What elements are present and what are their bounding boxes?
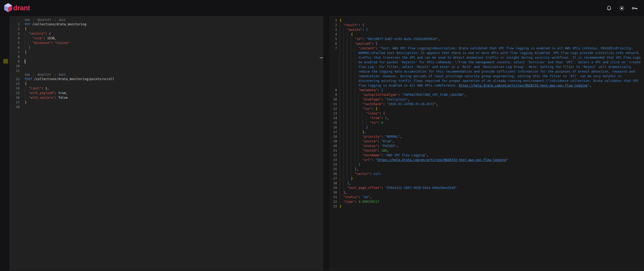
code-line: 21"testId": 180, [329, 148, 644, 153]
code-line-content: { [340, 32, 644, 37]
token-pl: , [464, 93, 466, 97]
token-k: "distance" [32, 41, 51, 45]
token-kw: POST [25, 77, 32, 81]
token-b1: { [25, 27, 27, 31]
token-pl: , [436, 102, 438, 106]
docs-button[interactable]: DOCS [59, 19, 66, 21]
beautify-button[interactable]: BEAUTIFY [38, 19, 51, 21]
request-editor-panel[interactable]: RUN | BEAUTIFY | DOCS1PUT /collections/d… [10, 16, 323, 270]
code-line: 3"vectors": { [10, 31, 323, 36]
key-icon [632, 6, 638, 10]
code-line: 11 [10, 68, 323, 73]
token-pl: : [355, 200, 359, 204]
line-number: 27 [329, 176, 340, 181]
token-k: "status" [362, 144, 377, 148]
token-pl: , [357, 167, 358, 171]
code-line-content: "limit": 1, [25, 86, 323, 91]
code-line-content: "source": "blob", [340, 139, 644, 144]
token-k: "testName" [362, 153, 381, 157]
token-b3: { [381, 88, 383, 92]
token-s: "blob" [381, 140, 392, 143]
line-number: 13 [10, 81, 25, 86]
token-s: "00c3d6ff-b487-4c05-8a5e-254d1d85962d" [366, 37, 438, 41]
code-line: 6"payload": { [329, 41, 644, 46]
code-line: 25}, [329, 167, 644, 172]
sun-icon [619, 6, 624, 11]
code-line-content: } [340, 125, 644, 130]
url-link[interactable]: https://help.drata.com/en/articles/98287… [377, 158, 506, 162]
token-pl: : [377, 88, 381, 92]
code-line: 10"blobType": "text/plain", [329, 97, 644, 102]
code-line: 9 [10, 59, 323, 64]
code-line-content: "with_vectors": false [25, 95, 323, 100]
token-b2: { [49, 32, 51, 35]
line-number: 25 [329, 167, 340, 172]
token-pl: , [55, 36, 57, 40]
line-number: 19 [329, 139, 340, 144]
code-line-content: "metadata": { [340, 88, 644, 92]
code-line: 3"points": [ [329, 27, 644, 32]
api-key-button[interactable] [632, 6, 637, 11]
code-line-content: } [25, 50, 323, 55]
qdrant-logo[interactable]: drant [4, 3, 30, 13]
code-line-content: "loc": { [340, 106, 644, 111]
code-line: 20"status": "PASSED", [329, 144, 644, 148]
token-n: 180 [381, 149, 387, 152]
token-s: "036e4122-1807-4638-bb5a-60da30ea19a0" [385, 186, 457, 190]
code-line: 16"with_vectors": false [10, 95, 323, 100]
code-line: 13"lines": { [329, 111, 644, 116]
panel-divider[interactable] [323, 16, 329, 270]
code-line-content: "lastCheck": "2026-01-14T06:25:16.857Z", [340, 102, 644, 106]
token-b1: } [351, 177, 353, 180]
code-line: 19"source": "blob", [329, 139, 644, 144]
code-line: 7} [10, 50, 323, 55]
token-pl: : [358, 195, 362, 199]
line-number: 15 [10, 91, 25, 95]
url-link[interactable]: https://help.drata.com/en/articles/98287… [459, 84, 587, 87]
code-line-content: } [340, 204, 644, 209]
line-number: 5 [329, 37, 340, 41]
token-s: "AWS VPC Flow Logging" [385, 153, 426, 157]
text-cursor [25, 59, 25, 64]
code-line: 16} [329, 125, 644, 130]
line-number: 9 [10, 59, 25, 64]
docs-button[interactable]: DOCS [59, 73, 66, 76]
token-pl: : [372, 107, 376, 111]
token-b3: [ [366, 28, 368, 32]
code-line: 32"time": 0.000330217 [329, 199, 644, 204]
run-button[interactable]: RUN [25, 73, 30, 76]
beautify-button[interactable]: BEAUTIFY [38, 73, 51, 76]
token-k: "metadata" [358, 88, 377, 92]
line-number: 7 [329, 46, 340, 88]
overview-ruler-cursor-mark [320, 58, 323, 58]
token-n: 0.000330217 [358, 200, 379, 204]
code-line: 15"with_payload": true, [10, 91, 323, 95]
code-line-content: "result": { [340, 23, 644, 27]
notifications-button[interactable] [606, 6, 611, 11]
token-pl: : [381, 135, 385, 138]
token-pl: : [377, 149, 381, 152]
code-line-content: "blobType": "text/plain", [340, 97, 644, 102]
token-pl: /collections/drata_monitoring [30, 22, 86, 26]
token-k: "priority" [362, 135, 381, 138]
token-k: "limit" [28, 87, 42, 90]
code-line-content: "status": "PASSED", [340, 144, 644, 148]
code-line-content [25, 64, 323, 68]
gutter-spacer [10, 73, 25, 77]
run-button[interactable]: RUN [25, 19, 30, 21]
line-number: 22 [329, 153, 340, 158]
code-line-content [25, 55, 323, 59]
token-s: " [375, 158, 377, 162]
line-number: 11 [329, 102, 340, 106]
line-number: 18 [329, 134, 340, 139]
code-line-content: } [25, 45, 323, 50]
code-line-content: "distance": "Cosine" [25, 41, 323, 45]
code-line: 4"size": 1536, [10, 36, 323, 41]
token-k: "source" [362, 140, 377, 143]
theme-toggle-button[interactable] [619, 6, 624, 11]
code-line: 24} [329, 162, 644, 167]
token-b1: } [340, 205, 341, 208]
line-number: 23 [329, 158, 340, 162]
code-line-content: }, [340, 167, 644, 172]
token-pl: : [377, 144, 381, 148]
